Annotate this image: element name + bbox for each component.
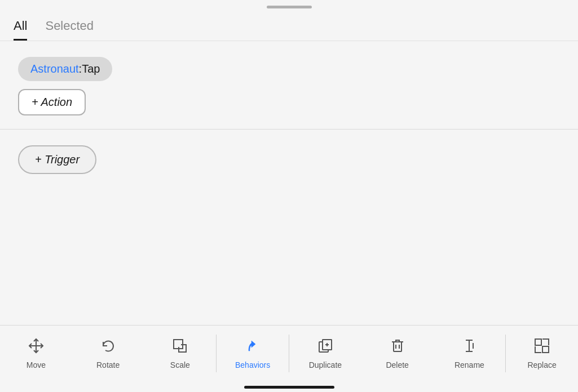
behaviors-icon <box>244 337 261 357</box>
home-indicator <box>0 381 578 392</box>
toolbar-replace[interactable]: Replace <box>506 326 578 381</box>
move-label: Move <box>27 360 46 369</box>
toolbar-rotate[interactable]: Rotate <box>72 326 144 381</box>
delete-label: Delete <box>386 360 408 369</box>
toolbar-delete[interactable]: Delete <box>361 326 434 381</box>
rename-icon <box>461 337 478 357</box>
svg-rect-10 <box>394 342 401 351</box>
svg-rect-18 <box>542 346 549 353</box>
tab-bar: All Selected <box>0 12 578 41</box>
trigger-section: + Trigger <box>0 130 578 190</box>
scale-icon <box>171 337 188 357</box>
rename-label: Rename <box>455 360 484 369</box>
toolbar-move[interactable]: Move <box>0 326 72 381</box>
toolbar: Move Rotate Scale Behaviors <box>0 325 578 381</box>
replace-label: Replace <box>527 360 556 369</box>
action-section: Astronaut : Tap + Action <box>0 41 578 130</box>
tab-all[interactable]: All <box>14 12 27 41</box>
add-trigger-button[interactable]: + Trigger <box>18 145 96 174</box>
delete-icon <box>389 337 406 357</box>
rotate-icon <box>100 337 117 357</box>
tab-selected[interactable]: Selected <box>45 12 94 41</box>
add-action-button[interactable]: + Action <box>18 89 86 115</box>
move-icon <box>28 337 45 357</box>
duplicate-label: Duplicate <box>309 360 342 369</box>
home-bar <box>244 386 334 389</box>
toolbar-behaviors[interactable]: Behaviors <box>217 326 289 381</box>
duplicate-icon <box>317 337 334 357</box>
astronaut-pill[interactable]: Astronaut : Tap <box>18 57 112 81</box>
behaviors-label: Behaviors <box>235 360 270 369</box>
astronaut-action-text: Tap <box>82 63 100 75</box>
drag-handle <box>0 0 578 12</box>
svg-rect-17 <box>535 339 541 345</box>
replace-icon <box>533 337 550 357</box>
main-content: Astronaut : Tap + Action + Trigger <box>0 41 578 325</box>
astronaut-name: Astronaut <box>30 63 79 75</box>
rotate-label: Rotate <box>96 360 120 369</box>
toolbar-duplicate[interactable]: Duplicate <box>289 326 361 381</box>
drag-handle-bar <box>267 6 312 8</box>
scale-label: Scale <box>170 360 190 369</box>
toolbar-scale[interactable]: Scale <box>144 326 217 381</box>
toolbar-rename[interactable]: Rename <box>434 326 506 381</box>
